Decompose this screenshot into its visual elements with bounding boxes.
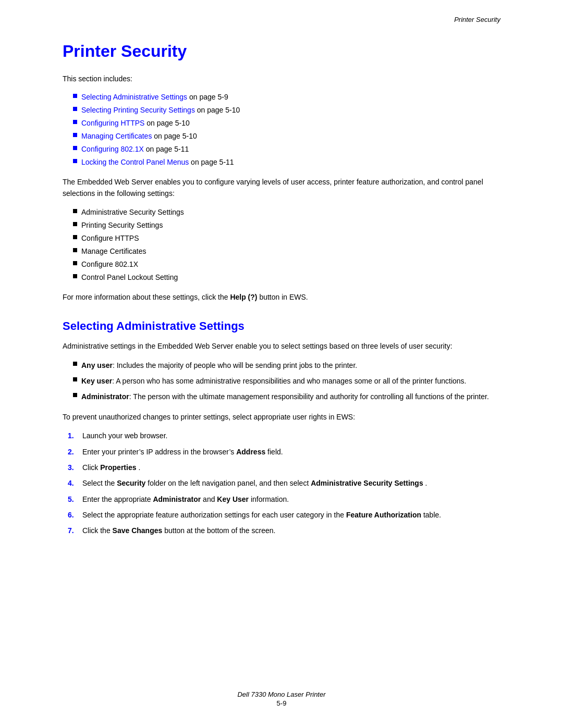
user-type-bold: Administrator (81, 392, 129, 401)
bullet-icon (73, 146, 77, 150)
list-item: Configure HTTPS (73, 233, 500, 244)
step-bold: Administrator (153, 495, 201, 503)
step-number: 2. (68, 446, 78, 458)
toc-item-text: Managing Certificates on page 5-10 (81, 131, 197, 142)
step-text: Click Properties . (82, 462, 140, 473)
header-text: Printer Security (454, 16, 500, 23)
plain-item-label: Manage Certificates (81, 246, 146, 257)
list-item: 7. Click the Save Changes button at the … (68, 525, 500, 536)
header-right: Printer Security (454, 16, 500, 23)
bullet-icon (73, 235, 77, 239)
plain-item-label: Configure 802.1X (81, 259, 138, 270)
list-item: 5. Enter the appropriate Administrator a… (68, 493, 500, 505)
toc-item-text: Locking the Control Panel Menus on page … (81, 157, 234, 168)
list-item: 4. Select the Security folder on the lef… (68, 477, 500, 489)
help-text-before: For more information about these setting… (63, 293, 228, 301)
list-item: Control Panel Lockout Setting (73, 272, 500, 283)
list-item: 6. Select the appropriate feature author… (68, 509, 500, 521)
step-text-after: information. (251, 495, 289, 503)
list-item: Configuring HTTPS on page 5-10 (73, 118, 500, 129)
bullet-icon (73, 222, 77, 226)
bullet-icon (73, 362, 77, 366)
toc-item-text: Configuring HTTPS on page 5-10 (81, 118, 190, 129)
step-text-after: button at the bottom of the screen. (164, 526, 275, 535)
step-number: 5. (68, 493, 78, 505)
help-text-after: button in EWS. (259, 293, 308, 301)
bullet-icon (73, 377, 77, 381)
step-number: 1. (68, 430, 78, 441)
step-text: Select the appropriate feature authoriza… (82, 509, 441, 521)
step-text-before: Select the appropriate feature authoriza… (82, 511, 344, 519)
toc-item-text: Selecting Printing Security Settings on … (81, 105, 240, 116)
bullet-icon (73, 248, 77, 252)
footer-page-number: 5-9 (0, 699, 563, 707)
list-item: 3. Click Properties . (68, 462, 500, 473)
user-type-text: Administrator: The person with the ultim… (81, 391, 489, 402)
user-type-rest: : The person with the ultimate managemen… (129, 392, 489, 401)
bullet-icon (73, 107, 77, 111)
step-number: 3. (68, 462, 78, 473)
step-bold2: Administrative Security Settings (311, 479, 423, 487)
list-item: Configuring 802.1X on page 5-11 (73, 144, 500, 155)
step-bold: Feature Authorization (346, 511, 421, 519)
step-text-before: Enter your printer’s IP address in the b… (82, 448, 234, 456)
body-para-1: The Embedded Web Server enables you to c… (63, 176, 500, 200)
user-type-text: Key user: A person who has some administ… (81, 375, 467, 387)
help-bold-text: Help (?) (230, 293, 257, 301)
list-item: Configure 802.1X (73, 259, 500, 270)
step-bold2: Key User (217, 495, 249, 503)
toc-link-4[interactable]: Managing Certificates (81, 132, 152, 140)
step-text-middle: and (203, 495, 215, 503)
list-item: Administrator: The person with the ultim… (73, 391, 500, 402)
plain-item-label: Configure HTTPS (81, 233, 139, 244)
list-item: Selecting Administrative Settings on pag… (73, 92, 500, 103)
step-bold: Security (117, 479, 145, 487)
toc-link-5[interactable]: Configuring 802.1X (81, 145, 144, 153)
toc-link-1[interactable]: Selecting Administrative Settings (81, 93, 187, 101)
step-bold: Properties (100, 463, 136, 472)
step-text-after: . (138, 463, 140, 472)
section1-intro: Administrative settings in the Embedded … (63, 340, 500, 352)
step-text-before: Click the (82, 526, 111, 535)
list-item: Printing Security Settings (73, 220, 500, 231)
chapter-title: Printer Security (63, 42, 500, 61)
bullet-icon (73, 261, 77, 265)
list-item: Administrative Security Settings (73, 207, 500, 218)
bullet-icon (73, 133, 77, 137)
user-type-text: Any user: Includes the majority of peopl… (81, 360, 357, 371)
list-item: 2. Enter your printer’s IP address in th… (68, 446, 500, 458)
toc-item-text: Selecting Administrative Settings on pag… (81, 92, 228, 103)
toc-item-text: Configuring 802.1X on page 5-11 (81, 144, 189, 155)
toc-rest-2: on page 5-10 (195, 106, 240, 114)
list-item: Selecting Printing Security Settings on … (73, 105, 500, 116)
step-text: Launch your web browser. (82, 430, 167, 441)
user-types-list: Any user: Includes the majority of peopl… (73, 360, 500, 403)
plain-item-label: Control Panel Lockout Setting (81, 272, 178, 283)
toc-rest-6: on page 5-11 (189, 158, 234, 166)
list-item: Managing Certificates on page 5-10 (73, 131, 500, 142)
plain-item-label: Printing Security Settings (81, 220, 163, 231)
toc-link-6[interactable]: Locking the Control Panel Menus (81, 158, 189, 166)
bullet-icon (73, 209, 77, 213)
step-text-middle: folder on the left navigation panel, and… (148, 479, 309, 487)
user-type-rest: : Includes the majority of people who wi… (113, 361, 357, 369)
user-type-rest: : A person who has some administrative r… (112, 377, 466, 385)
user-type-bold: Any user (81, 361, 113, 369)
step-text: Click the Save Changes button at the bot… (82, 525, 275, 536)
step-text: Enter your printer’s IP address in the b… (82, 446, 283, 458)
list-item: Key user: A person who has some administ… (73, 375, 500, 387)
help-para: For more information about these setting… (63, 291, 500, 303)
step-text-after: field. (267, 448, 283, 456)
list-item: 1. Launch your web browser. (68, 430, 500, 441)
chapter-intro: This section includes: (63, 73, 500, 84)
step-number: 7. (68, 525, 78, 536)
toc-link-3[interactable]: Configuring HTTPS (81, 119, 144, 127)
step-number: 4. (68, 477, 78, 489)
plain-list: Administrative Security Settings Printin… (73, 207, 500, 283)
footer: Dell 7330 Mono Laser Printer 5-9 (0, 690, 563, 707)
bullet-icon (73, 159, 77, 163)
list-item: Manage Certificates (73, 246, 500, 257)
step-text-before: Select the (82, 479, 115, 487)
toc-link-2[interactable]: Selecting Printing Security Settings (81, 106, 195, 114)
step-bold: Address (236, 448, 265, 456)
